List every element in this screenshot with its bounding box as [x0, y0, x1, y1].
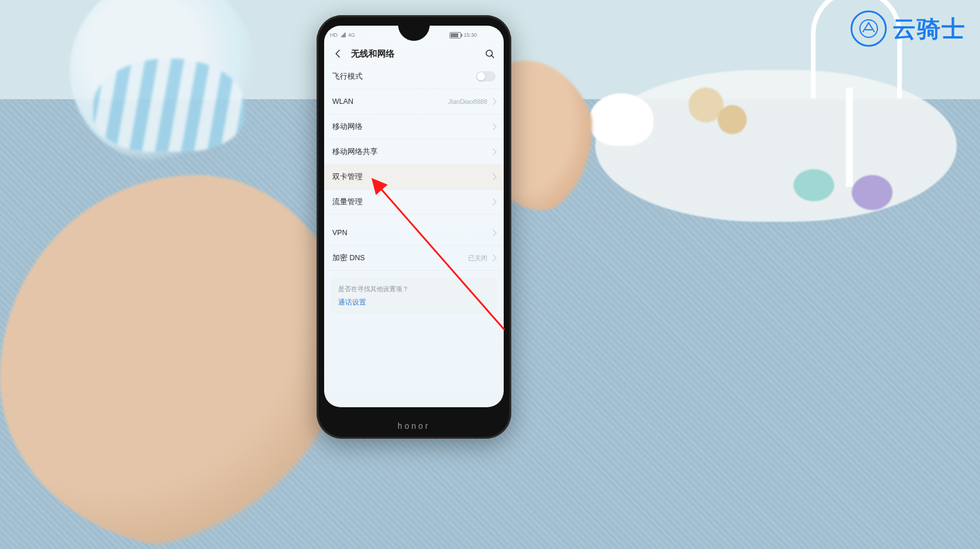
watermark-text: 云骑士 [893, 13, 966, 45]
battery-icon [449, 32, 461, 39]
row-label: 双卡管理 [332, 172, 363, 182]
row-tethering[interactable]: 移动网络共享 [324, 139, 504, 165]
chevron-right-icon [490, 123, 496, 130]
row-label: WLAN [332, 97, 353, 106]
chevron-right-icon [490, 229, 496, 236]
hint-question: 是否在寻找其他设置项？ [338, 285, 490, 293]
search-button[interactable] [484, 48, 496, 60]
page-title: 无线和网络 [351, 48, 477, 60]
search-hint-card: 是否在寻找其他设置项？ 通话设置 [331, 278, 497, 314]
row-label: 移动网络共享 [332, 147, 378, 157]
chevron-right-icon [490, 254, 496, 261]
settings-list: 飞行模式 WLAN JianDiao8888 移动网络 移动网络共享 [324, 64, 504, 314]
chevron-right-icon [490, 98, 496, 104]
chevron-right-icon [490, 148, 496, 155]
row-label: 加密 DNS [332, 253, 365, 263]
row-label: VPN [332, 229, 347, 237]
decor-swan [589, 93, 654, 146]
row-label: 移动网络 [332, 122, 363, 132]
row-label: 流量管理 [332, 197, 363, 207]
status-network: 4G [348, 32, 355, 38]
row-value: JianDiao8888 [448, 98, 487, 105]
status-time: 15:30 [463, 32, 477, 38]
tutorial-frame: 云骑士 HD 4G 15:30 无线和网络 [0, 0, 980, 549]
decor-flower [852, 175, 893, 210]
row-mobile-network[interactable]: 移动网络 [324, 114, 504, 139]
list-divider [324, 215, 504, 221]
back-button[interactable] [332, 48, 344, 60]
airplane-toggle[interactable] [476, 71, 496, 82]
row-vpn[interactable]: VPN [324, 221, 504, 246]
decor-flower [793, 169, 834, 201]
decor-balls [689, 88, 758, 146]
phone-device: HD 4G 15:30 无线和网络 [317, 15, 511, 439]
status-hd-badge: HD [330, 32, 338, 38]
row-label: 飞行模式 [332, 72, 363, 82]
chevron-right-icon [490, 198, 496, 205]
title-bar: 无线和网络 [324, 42, 504, 64]
hint-link-call-settings[interactable]: 通话设置 [338, 298, 490, 307]
phone-screen: HD 4G 15:30 无线和网络 [324, 26, 504, 407]
signal-icon [340, 33, 346, 37]
row-wlan[interactable]: WLAN JianDiao8888 [324, 89, 504, 114]
row-dual-sim[interactable]: 双卡管理 [324, 165, 504, 190]
watermark: 云骑士 [851, 11, 966, 47]
row-value: 已关闭 [468, 254, 487, 263]
watermark-icon [851, 11, 887, 47]
row-airplane-mode[interactable]: 飞行模式 [324, 64, 504, 89]
chevron-right-icon [490, 173, 496, 180]
phone-brand: honor [317, 421, 511, 431]
row-encrypted-dns[interactable]: 加密 DNS 已关闭 [324, 246, 504, 271]
row-data-usage[interactable]: 流量管理 [324, 190, 504, 215]
